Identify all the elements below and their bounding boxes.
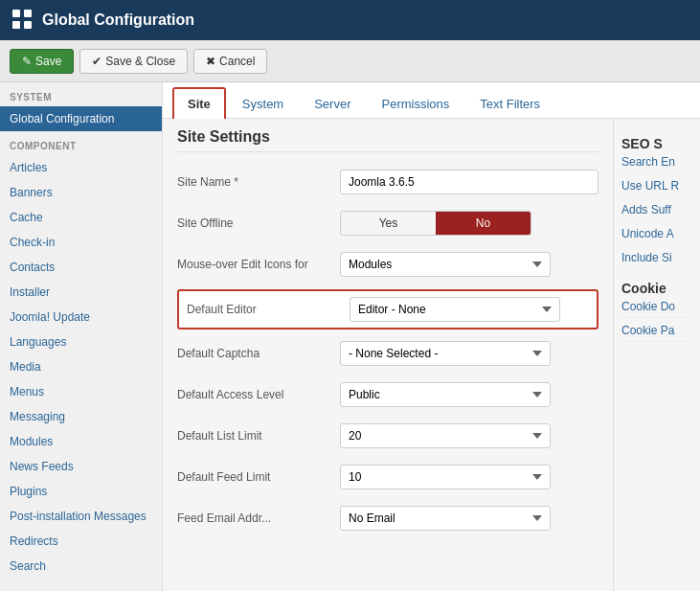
tabs: Site System Server Permissions Text Filt… [163, 82, 700, 119]
sidebar: SYSTEM Global Configuration COMPONENT Ar… [0, 82, 163, 591]
page-title: Global Configuration [42, 11, 194, 29]
settings-right: SEO S Search En Use URL R Adds Suff Unic… [614, 119, 700, 591]
x-icon: ✖ [206, 55, 215, 68]
sidebar-item-messaging[interactable]: Messaging [0, 404, 162, 429]
site-name-control [340, 170, 598, 194]
site-name-row: Site Name * [177, 162, 598, 203]
default-captcha-row: Default Captcha - None Selected - [177, 333, 598, 375]
svg-rect-1 [24, 10, 32, 17]
search-en-label: Search En [621, 155, 692, 173]
sidebar-item-joomla-update[interactable]: Joomla! Update [0, 305, 162, 330]
cookie-do-label: Cookie Do [621, 300, 692, 318]
site-name-input[interactable] [340, 170, 598, 194]
sidebar-item-articles[interactable]: Articles [0, 155, 162, 180]
mouseover-select[interactable]: Modules [340, 252, 551, 277]
seo-section-title: SEO S [621, 136, 692, 151]
checkmark-icon: ✔ [92, 55, 102, 68]
save-close-button[interactable]: ✔ Save & Close [79, 49, 188, 74]
cancel-button[interactable]: ✖ Cancel [193, 49, 267, 74]
toggle-group: Yes No [340, 211, 531, 236]
sidebar-item-plugins[interactable]: Plugins [0, 479, 162, 504]
content-area: Site System Server Permissions Text Filt… [163, 82, 700, 591]
default-captcha-control: - None Selected - [340, 341, 598, 366]
mouseover-control: Modules [340, 252, 598, 277]
save-icon: ✎ [22, 55, 32, 68]
feed-email-row: Feed Email Addr... No Email [177, 498, 598, 539]
section-title: Site Settings [177, 128, 598, 152]
settings-left: Site Settings Site Name * Site Offline Y… [163, 119, 614, 591]
sidebar-item-post-installation[interactable]: Post-installation Messages [0, 504, 162, 529]
cookie-section-title: Cookie [621, 281, 692, 296]
sidebar-item-global-configuration[interactable]: Global Configuration [0, 106, 162, 131]
system-section-label: SYSTEM [0, 82, 162, 106]
toolbar: ✎ Save ✔ Save & Close ✖ Cancel [0, 40, 700, 82]
default-editor-row: Default Editor Editor - None [177, 289, 598, 330]
svg-rect-0 [12, 10, 20, 17]
sidebar-item-menus[interactable]: Menus [0, 379, 162, 404]
default-list-select[interactable]: 20 [340, 423, 551, 448]
sidebar-item-contacts[interactable]: Contacts [0, 255, 162, 280]
mouseover-label: Mouse-over Edit Icons for [177, 258, 340, 271]
grid-icon [11, 9, 33, 33]
sidebar-item-languages[interactable]: Languages [0, 330, 162, 354]
tab-text-filters[interactable]: Text Filters [465, 88, 554, 119]
sidebar-item-banners[interactable]: Banners [0, 180, 162, 205]
include-si-label: Include Si [621, 251, 692, 269]
tab-permissions[interactable]: Permissions [367, 88, 463, 119]
default-feed-select[interactable]: 10 [340, 465, 551, 489]
sidebar-item-redirects[interactable]: Redirects [0, 529, 162, 554]
sidebar-item-media[interactable]: Media [0, 354, 162, 379]
default-access-row: Default Access Level Public [177, 375, 598, 416]
svg-rect-3 [24, 21, 32, 29]
site-offline-row: Site Offline Yes No [177, 203, 598, 244]
default-list-row: Default List Limit 20 [177, 416, 598, 457]
default-feed-label: Default Feed Limit [177, 470, 340, 484]
default-captcha-label: Default Captcha [177, 347, 340, 360]
svg-rect-2 [12, 21, 20, 29]
mouseover-row: Mouse-over Edit Icons for Modules [177, 244, 598, 285]
feed-email-label: Feed Email Addr... [177, 511, 340, 525]
sidebar-item-search[interactable]: Search [0, 554, 162, 579]
sidebar-item-cache[interactable]: Cache [0, 205, 162, 230]
default-editor-label: Default Editor [187, 303, 350, 316]
default-list-label: Default List Limit [177, 429, 340, 443]
toggle-no[interactable]: No [436, 212, 531, 235]
default-feed-control: 10 [340, 465, 598, 489]
default-access-label: Default Access Level [177, 388, 340, 401]
unicode-label: Unicode A [621, 227, 692, 245]
default-list-control: 20 [340, 423, 598, 448]
main-layout: SYSTEM Global Configuration COMPONENT Ar… [0, 82, 700, 591]
default-captcha-select[interactable]: - None Selected - [340, 341, 551, 366]
cookie-pa-label: Cookie Pa [621, 324, 692, 342]
sidebar-item-modules[interactable]: Modules [0, 429, 162, 454]
site-name-label: Site Name * [177, 175, 340, 189]
feed-email-control: No Email [340, 506, 598, 531]
site-offline-control: Yes No [340, 211, 598, 236]
default-access-control: Public [340, 382, 598, 407]
tab-server[interactable]: Server [300, 88, 365, 119]
tab-site[interactable]: Site [172, 87, 226, 119]
adds-suff-label: Adds Suff [621, 203, 692, 221]
component-section-label: COMPONENT [0, 131, 162, 155]
sidebar-item-news-feeds[interactable]: News Feeds [0, 454, 162, 479]
feed-email-select[interactable]: No Email [340, 506, 551, 531]
settings-panel: Site Settings Site Name * Site Offline Y… [163, 119, 700, 591]
default-feed-row: Default Feed Limit 10 [177, 457, 598, 498]
toggle-yes[interactable]: Yes [341, 212, 436, 235]
site-offline-label: Site Offline [177, 216, 340, 230]
default-editor-select[interactable]: Editor - None [350, 297, 560, 322]
default-access-select[interactable]: Public [340, 382, 551, 407]
use-url-label: Use URL R [621, 179, 692, 197]
save-button[interactable]: ✎ Save [10, 49, 74, 74]
default-editor-control: Editor - None [350, 297, 589, 322]
sidebar-item-checkin[interactable]: Check-in [0, 230, 162, 255]
tab-system[interactable]: System [228, 88, 298, 119]
sidebar-item-installer[interactable]: Installer [0, 280, 162, 305]
top-bar: Global Configuration [0, 0, 700, 40]
